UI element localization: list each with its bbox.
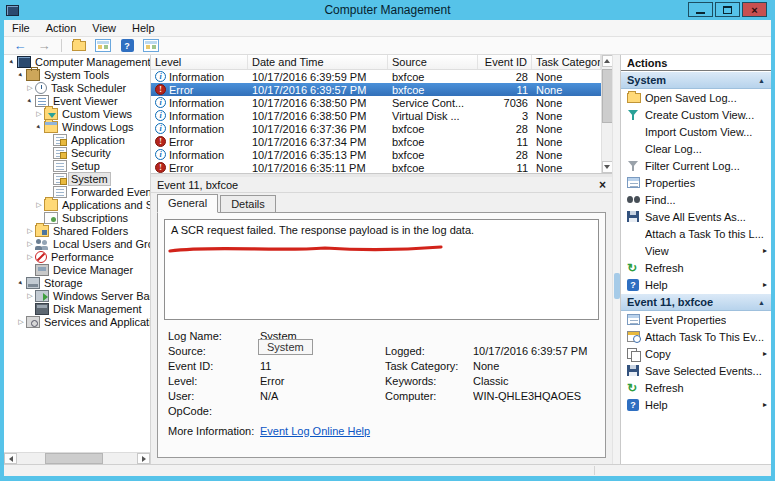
title-bar[interactable]: Computer Management × [0,0,775,20]
tree-item-device-manager[interactable]: Device Manager [4,263,150,276]
event-log-online-help-link[interactable]: Event Log Online Help [260,425,385,437]
task-category-cell: None [532,71,601,83]
tree-item-disk-management[interactable]: Disk Management [4,302,150,315]
tab-details[interactable]: Details [220,195,276,213]
scroll-left-button[interactable] [4,453,17,464]
tree-item-setup[interactable]: Setup [4,159,150,172]
action-find[interactable]: Find... [621,191,771,208]
log-file-icon [53,134,67,146]
column-header-task-category[interactable]: Task Category [532,55,601,69]
close-button[interactable]: × [742,2,767,17]
expand-icon[interactable]: ▷ [25,291,35,301]
tree-horizontal-scrollbar[interactable] [4,452,150,464]
actions-section-event-11-bxfcoe[interactable]: Event 11, bxfcoe▲ [621,293,771,311]
expand-icon[interactable]: ▷ [25,83,35,93]
action-view[interactable]: View▸ [621,242,771,259]
minimize-button[interactable] [688,2,713,17]
expand-icon[interactable]: ▷ [34,109,44,119]
action-clear-log[interactable]: Clear Log... [621,140,771,157]
console-window-button[interactable] [93,38,113,53]
event-message-box[interactable]: A SCR request failed. The response paylo… [164,219,599,320]
column-header-event-id[interactable]: Event ID [478,55,532,69]
action-properties[interactable]: Properties [621,174,771,191]
column-header-level[interactable]: Level [151,55,248,69]
tree-item-computer-management-local[interactable]: ▸Computer Management (Local [4,55,150,68]
tree-item-task-scheduler[interactable]: ▷Task Scheduler [4,81,150,94]
pane-scroll-thumb[interactable] [614,273,620,299]
action-refresh[interactable]: ↻Refresh [621,259,771,276]
action-attach-task-to-this-event[interactable]: Attach Task To This Ev... [621,328,771,345]
back-arrow-button[interactable]: ← [10,38,30,53]
open-folder-button[interactable] [69,38,89,53]
tree-item-custom-views[interactable]: ▷Custom Views [4,107,150,120]
event-row[interactable]: iInformation10/17/2016 6:38:50 PMVirtual… [151,109,601,122]
tree-item-storage[interactable]: ▸Storage [4,276,150,289]
action-event-properties[interactable]: Event Properties [621,311,771,328]
tree-item-application[interactable]: Application [4,133,150,146]
action-copy[interactable]: Copy▸ [621,345,771,362]
vertical-scroll-track[interactable] [602,67,613,161]
scroll-right-button[interactable] [137,453,150,464]
tree-item-local-users-and-groups[interactable]: ▷Local Users and Groups [4,237,150,250]
event-row[interactable]: !Error10/17/2016 6:37:34 PMbxfcoe11None [151,135,601,148]
action-refresh[interactable]: ↻Refresh [621,379,771,396]
menu-view[interactable]: View [92,22,116,34]
action-help[interactable]: ?Help▸ [621,396,771,413]
tree-item-system-tools[interactable]: ▸System Tools [4,68,150,81]
scroll-down-button[interactable] [602,161,613,173]
action-label: Open Saved Log... [645,92,737,104]
tree-item-performance[interactable]: ▷Performance [4,250,150,263]
action-filter-current-log[interactable]: Filter Current Log... [621,157,771,174]
action-attach-a-task[interactable]: Attach a Task To this L... [621,225,771,242]
tree-item-event-viewer[interactable]: ▸Event Viewer [4,94,150,107]
collapse-section-icon[interactable]: ▲ [758,299,765,306]
tree-item-shared-folders[interactable]: ▷Shared Folders [4,224,150,237]
expand-icon[interactable]: ▷ [25,252,35,262]
event-row[interactable]: iInformation10/17/2016 6:39:59 PMbxfcoe2… [151,70,601,83]
error-icon: ! [155,84,166,95]
tree-item-services-and-applications[interactable]: ▷Services and Applications [4,315,150,328]
tab-general[interactable]: General [157,194,218,213]
action-open-saved-log[interactable]: Open Saved Log... [621,89,771,106]
action-save-all-events-as[interactable]: Save All Events As... [621,208,771,225]
menu-file[interactable]: File [12,22,30,34]
column-header-source[interactable]: Source [388,55,478,69]
event-row[interactable]: iInformation10/17/2016 6:35:13 PMbxfcoe2… [151,148,601,161]
console-window-button[interactable] [141,38,161,53]
action-save-selected-events[interactable]: Save Selected Events... [621,362,771,379]
tree-item-security[interactable]: Security [4,146,150,159]
expand-icon[interactable]: ▷ [25,226,35,236]
maximize-button[interactable] [715,2,740,17]
tree-item-windows-server-backup[interactable]: ▷Windows Server Backup [4,289,150,302]
action-icon-box: ? [627,279,645,291]
collapse-section-icon[interactable]: ▲ [758,77,765,84]
event-row[interactable]: iInformation10/17/2016 6:37:36 PMbxfcoe2… [151,122,601,135]
expand-icon[interactable]: ▷ [34,200,44,210]
task-category-cell: None [532,123,601,135]
detail-close-icon[interactable]: × [599,178,606,192]
tree-item-windows-logs[interactable]: ▸Windows Logs [4,120,150,133]
column-header-date-and-time[interactable]: Date and Time [248,55,388,69]
event-list-scrollbar[interactable] [601,55,612,173]
menu-action[interactable]: Action [46,22,77,34]
expand-icon[interactable]: ▷ [25,239,35,249]
tree-item-subscriptions[interactable]: Subscriptions [4,211,150,224]
event-row[interactable]: iInformation10/17/2016 6:38:50 PMService… [151,96,601,109]
action-create-custom-view[interactable]: Create Custom View... [621,106,771,123]
scroll-up-button[interactable] [602,55,613,67]
actions-section-system[interactable]: System▲ [621,71,771,89]
action-help[interactable]: ?Help▸ [621,276,771,293]
menu-help[interactable]: Help [132,22,155,34]
expand-icon[interactable]: ▷ [16,317,26,327]
forward-arrow-button[interactable]: → [34,38,54,53]
tree-item-applications-and-se[interactable]: ▷Applications and Se [4,198,150,211]
action-import-custom-view[interactable]: Import Custom View... [621,123,771,140]
tree-item-system[interactable]: System [4,172,150,185]
event-row[interactable]: !Error10/17/2016 6:39:57 PMbxfcoe11None [151,83,601,96]
event-row[interactable]: !Error10/17/2016 6:35:11 PMbxfcoe11None [151,161,601,174]
help-button[interactable]: ? [117,38,137,53]
tree-item-forwarded-event[interactable]: Forwarded Event [4,185,150,198]
horizontal-scroll-thumb[interactable] [45,453,103,464]
center-pane-scrollbar[interactable] [612,55,620,464]
event-id-cell: 11 [478,162,532,174]
